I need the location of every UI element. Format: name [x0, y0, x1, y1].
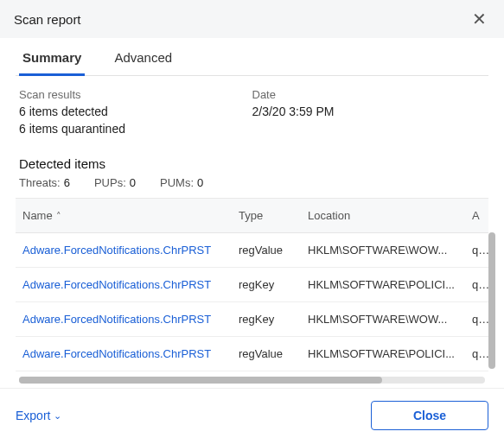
threat-name-link[interactable]: Adware.ForcedNotifications.ChrPRST [22, 278, 211, 291]
threat-action: qu [465, 302, 488, 337]
threat-location: HKLM\SOFTWARE\WOW... [301, 233, 465, 268]
info-col-results: Scan results 6 items detected 6 items qu… [19, 88, 252, 139]
table-row: Adware.ForcedNotifications.ChrPRST regVa… [16, 233, 488, 268]
threat-name-link[interactable]: Adware.ForcedNotifications.ChrPRST [22, 347, 211, 360]
tab-advanced[interactable]: Advanced [111, 50, 175, 75]
threats-count: Threats:6 [19, 176, 70, 189]
close-button[interactable]: Close [371, 401, 488, 430]
table-row: Adware.ForcedNotifications.ChrPRST regKe… [16, 302, 488, 337]
sort-ascending-icon: ˄ [56, 211, 61, 221]
content-area: Summary Advanced Scan results 6 items de… [0, 38, 504, 384]
column-type[interactable]: Type [232, 199, 301, 233]
threat-counts: Threats:6 PUPs:0 PUMs:0 [16, 176, 488, 198]
threat-location: HKLM\SOFTWARE\WOW... [301, 302, 465, 337]
info-grid: Scan results 6 items detected 6 items qu… [16, 76, 488, 148]
threat-location: HKLM\SOFTWARE\POLICI... [301, 337, 465, 371]
export-button[interactable]: Export ⌄ [16, 409, 61, 422]
threat-type: regValue [232, 337, 301, 371]
vertical-scrollbar[interactable] [488, 232, 495, 369]
threat-action: qu [465, 268, 488, 302]
close-icon[interactable]: ✕ [469, 9, 490, 29]
scan-results-label: Scan results [19, 88, 252, 101]
pups-count: PUPs:0 [94, 176, 136, 189]
table-row: Adware.ForcedNotifications.ChrPRST regVa… [16, 337, 488, 371]
horizontal-scrollbar-track[interactable] [19, 377, 485, 384]
chevron-down-icon: ⌄ [54, 410, 61, 422]
threat-name-link[interactable]: Adware.ForcedNotifications.ChrPRST [22, 313, 211, 326]
pums-count: PUMs:0 [160, 176, 203, 189]
dialog-header: Scan report ✕ [0, 0, 504, 38]
date-label: Date [252, 88, 486, 101]
column-name[interactable]: Name˄ [16, 199, 232, 233]
detected-items-title: Detected items [16, 148, 488, 176]
detected-items-table: Name˄ Type Location A Adware.ForcedNotif… [16, 198, 488, 371]
date-value: 2/3/20 3:59 PM [252, 105, 486, 118]
tab-bar: Summary Advanced [16, 38, 488, 76]
items-detected: 6 items detected [19, 105, 252, 118]
threat-type: regValue [232, 233, 301, 268]
table-row: Adware.ForcedNotifications.ChrPRST regKe… [16, 268, 488, 302]
threat-type: regKey [232, 268, 301, 302]
column-location[interactable]: Location [301, 199, 465, 233]
table-header-row: Name˄ Type Location A [16, 199, 488, 233]
threat-action: qu [465, 337, 488, 371]
threat-name-link[interactable]: Adware.ForcedNotifications.ChrPRST [22, 244, 211, 257]
column-action[interactable]: A [465, 199, 488, 233]
items-quarantined: 6 items quarantined [19, 122, 252, 136]
horizontal-scrollbar-thumb[interactable] [19, 377, 382, 384]
threat-location: HKLM\SOFTWARE\POLICI... [301, 268, 465, 302]
info-col-date: Date 2/3/20 3:59 PM [252, 88, 486, 139]
threat-action: qu [465, 233, 488, 268]
export-label: Export [16, 409, 50, 422]
tab-summary[interactable]: Summary [19, 50, 85, 75]
table-wrap: Name˄ Type Location A Adware.ForcedNotif… [16, 198, 488, 384]
threat-type: regKey [232, 302, 301, 337]
dialog-title: Scan report [14, 12, 81, 27]
dialog-footer: Export ⌄ Close [0, 388, 504, 444]
